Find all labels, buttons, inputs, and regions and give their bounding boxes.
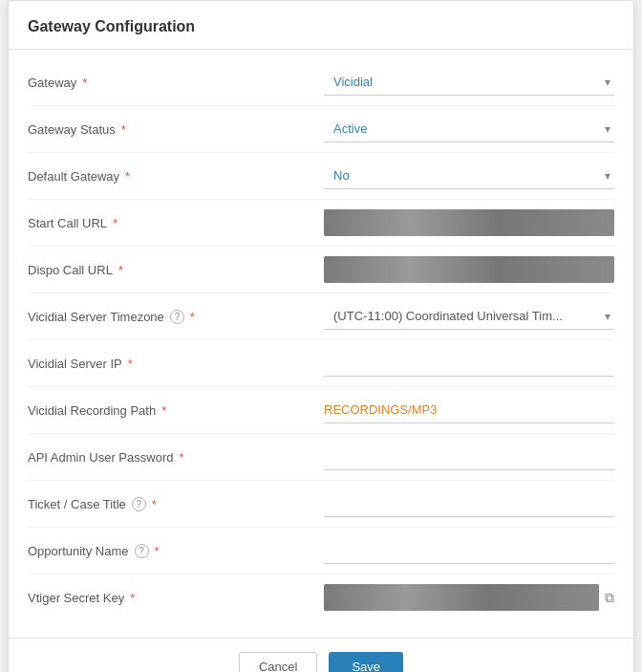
dispo-call-url-masked (324, 256, 614, 283)
gateway-row: Gateway * Vicidial (28, 59, 614, 106)
dispo-call-url-row: Dispo Call URL * (28, 247, 614, 293)
opportunity-name-input-col (324, 537, 614, 564)
timezone-select[interactable]: (UTC-11:00) Coordinated Universal Tim... (324, 303, 614, 330)
vicidial-recording-path-label: Vicidial Recording Path * (28, 403, 324, 418)
default-gateway-label: Default Gateway * (28, 169, 324, 184)
copy-icon[interactable]: ⧉ (605, 590, 614, 606)
save-button[interactable]: Save (329, 652, 403, 672)
gateway-status-label: Gateway Status * (28, 122, 324, 137)
gateway-configuration-modal: Gateway Configuration Gateway * Vicidial… (8, 0, 634, 672)
ticket-case-title-input-col (324, 490, 614, 517)
default-gateway-select-wrapper: No Yes (324, 163, 614, 189)
vtiger-secret-key-label: Vtiger Secret Key * (28, 591, 324, 605)
api-admin-user-password-input[interactable] (324, 444, 614, 470)
default-gateway-row: Default Gateway * No Yes (28, 153, 614, 200)
timezone-select-wrapper: (UTC-11:00) Coordinated Universal Tim... (324, 303, 614, 330)
modal-title: Gateway Configuration (28, 18, 195, 34)
gateway-input-col: Vicidial (324, 69, 614, 96)
vtiger-secret-key-input-col: ⧉ (324, 584, 614, 611)
start-call-url-row: Start Call URL * (28, 200, 614, 247)
gateway-status-input-col: Active Inactive (324, 116, 614, 142)
start-call-url-masked (324, 209, 614, 236)
cancel-button[interactable]: Cancel (239, 652, 317, 672)
api-admin-user-password-row: API Admin User Password * (28, 434, 614, 481)
modal-footer: Cancel Save (9, 638, 633, 672)
ticket-case-title-row: Ticket / Case Title ? * (28, 481, 614, 528)
gateway-label: Gateway * (28, 76, 324, 90)
ticket-help-icon[interactable]: ? (132, 497, 146, 511)
opportunity-name-label: Opportunity Name ? * (28, 544, 324, 558)
opportunity-name-input[interactable] (324, 537, 614, 564)
timezone-help-icon[interactable]: ? (170, 310, 184, 324)
vtiger-input-wrapper: ⧉ (324, 584, 614, 611)
start-call-url-label: Start Call URL * (28, 216, 324, 230)
vtiger-secret-key-masked (324, 584, 599, 611)
dispo-call-url-input-col (324, 256, 614, 283)
vicidial-server-timezone-input-col: (UTC-11:00) Coordinated Universal Tim... (324, 303, 614, 330)
modal-header: Gateway Configuration (9, 1, 633, 50)
vicidial-server-ip-label: Vicidial Server IP * (28, 357, 324, 371)
start-call-url-input-col (324, 209, 614, 236)
opportunity-help-icon[interactable]: ? (135, 544, 149, 558)
ticket-case-title-input[interactable] (324, 490, 614, 517)
gateway-status-row: Gateway Status * Active Inactive (28, 106, 614, 153)
vicidial-server-timezone-row: Vicidial Server Timezone ? * (UTC-11:00)… (28, 293, 614, 340)
default-gateway-input-col: No Yes (324, 163, 614, 189)
api-admin-user-password-label: API Admin User Password * (28, 450, 324, 465)
modal-body: Gateway * Vicidial Gateway Status * (9, 50, 633, 630)
ticket-case-title-label: Ticket / Case Title ? * (28, 497, 324, 511)
vicidial-recording-path-row: Vicidial Recording Path * RECORDINGS/MP3 (28, 387, 614, 434)
vicidial-server-timezone-label: Vicidial Server Timezone ? * (28, 310, 324, 324)
vicidial-server-ip-row: Vicidial Server IP * (28, 340, 614, 387)
api-admin-user-password-input-col (324, 444, 614, 470)
opportunity-name-row: Opportunity Name ? * (28, 528, 614, 574)
gateway-status-select[interactable]: Active Inactive (324, 116, 614, 142)
dispo-call-url-label: Dispo Call URL * (28, 263, 324, 277)
recording-path-value: RECORDINGS/MP3 (324, 397, 614, 423)
vicidial-server-ip-input[interactable] (324, 350, 614, 377)
vicidial-recording-path-input-col: RECORDINGS/MP3 (324, 397, 614, 423)
gateway-status-select-wrapper: Active Inactive (324, 116, 614, 142)
default-gateway-select[interactable]: No Yes (324, 163, 614, 189)
vicidial-server-ip-input-col (324, 350, 614, 377)
gateway-select-wrapper: Vicidial (324, 69, 614, 96)
vtiger-secret-key-row: Vtiger Secret Key * ⧉ (28, 574, 614, 620)
gateway-select[interactable]: Vicidial (324, 69, 614, 96)
